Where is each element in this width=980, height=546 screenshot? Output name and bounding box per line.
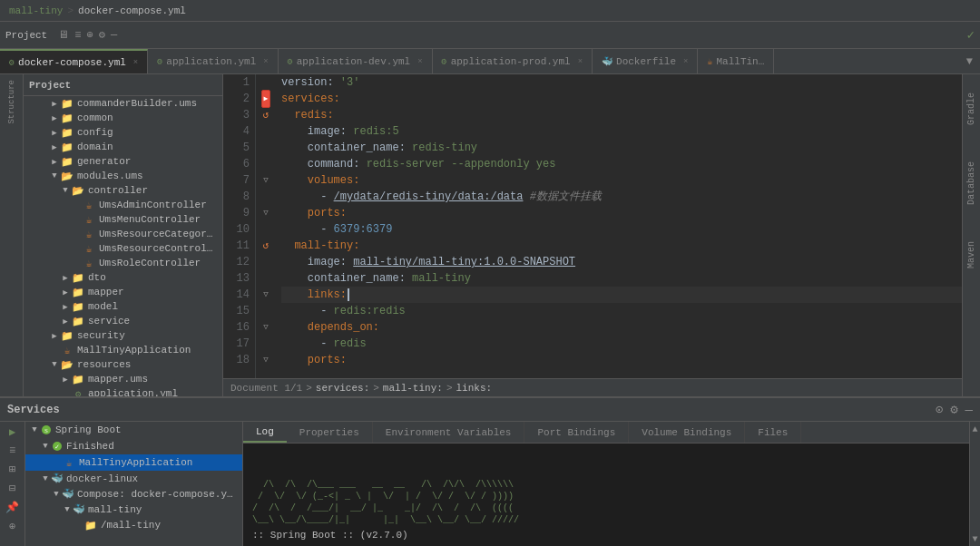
bottom-tree-mall-tiny-service[interactable]: ▼ 🐳 mall-tiny bbox=[25, 502, 242, 517]
left-icon-structure[interactable]: Structure bbox=[7, 80, 16, 124]
bottom-log-area: Log Properties Environment Variables Por… bbox=[243, 422, 969, 546]
right-label-database[interactable]: Database bbox=[966, 161, 976, 205]
tree-item-domain[interactable]: ▶ 📁 domain bbox=[24, 140, 222, 154]
bottom-toolbar-group[interactable]: ⊞ bbox=[9, 463, 15, 476]
code-line-9: ports: bbox=[281, 205, 962, 221]
compose-icon: 🐳 bbox=[62, 488, 74, 500]
reload-icon-line3[interactable]: ↺ bbox=[263, 107, 270, 123]
code-line-7: volumes: bbox=[281, 172, 962, 189]
fold-icon-line14[interactable]: ▽ bbox=[263, 287, 268, 303]
tree-item-security[interactable]: ▶ 📁 security bbox=[24, 328, 222, 343]
svg-text:✓: ✓ bbox=[54, 444, 60, 451]
tab-malltiny[interactable]: ☕ MallTin… bbox=[698, 49, 774, 73]
bottom-tree-docker-linux[interactable]: ▼ 🐳 docker-linux bbox=[25, 471, 242, 486]
bottom-tab-env[interactable]: Environment Variables bbox=[373, 422, 525, 443]
bottom-panel: Services ⊙ ⚙ — ▶ ≡ ⊞ ⊟ 📌 ⊕ ▼ S bbox=[0, 396, 980, 546]
bottom-tree-compose[interactable]: ▼ 🐳 Compose: docker-compose.yml bbox=[25, 486, 242, 502]
bottom-tab-log[interactable]: Log bbox=[243, 422, 287, 443]
tree-item-common[interactable]: ▶ 📁 common bbox=[24, 111, 222, 125]
tree-item-umsrole[interactable]: ☕ UmsRoleController bbox=[24, 256, 222, 270]
tree-item-application-yml[interactable]: ⚙ application.yml bbox=[24, 386, 222, 396]
breadcrumb-links[interactable]: links: bbox=[456, 383, 492, 394]
bottom-toolbar-filter[interactable]: ⊟ bbox=[9, 482, 15, 495]
fold-icon-line9[interactable]: ▽ bbox=[263, 205, 268, 221]
toolbar-icon-4[interactable]: ⚙ bbox=[99, 28, 105, 42]
bottom-toolbar-run[interactable]: ▶ bbox=[9, 425, 15, 439]
breadcrumb-services[interactable]: services: bbox=[316, 383, 369, 394]
run-button-line2[interactable]: ▶ bbox=[261, 90, 271, 108]
bottom-left-toolbar: ▶ ≡ ⊞ ⊟ 📌 ⊕ bbox=[0, 422, 25, 546]
code-line-12: image: mall-tiny/mall-tiny:1.0.0-SNAPSHO… bbox=[281, 254, 962, 270]
mall-tiny-service-icon: 🐳 bbox=[73, 503, 85, 515]
tree-item-mapper[interactable]: ▶ 📁 mapper bbox=[24, 285, 222, 299]
tree-item-umsadmin[interactable]: ☕ UmsAdminController bbox=[24, 198, 222, 212]
tree-item-controller[interactable]: ▼ 📂 controller bbox=[24, 183, 222, 198]
tab-close-application[interactable]: × bbox=[263, 57, 268, 66]
tab-close-docker-compose[interactable]: × bbox=[133, 58, 138, 67]
code-area[interactable]: version: '3' services: redis: image: red… bbox=[276, 74, 962, 378]
tab-application[interactable]: ⚙ application.yml × bbox=[148, 49, 278, 73]
right-labels-panel: Gradle Database Maven bbox=[962, 74, 980, 396]
toolbar-icon-5[interactable]: — bbox=[111, 29, 117, 42]
bottom-tree-springboot[interactable]: ▼ S Spring Boot bbox=[25, 422, 242, 438]
bottom-tree-mall-tiny-path[interactable]: 📁 /mall-tiny bbox=[25, 517, 242, 533]
tree-item-model[interactable]: ▶ 📁 model bbox=[24, 299, 222, 314]
code-line-6: command: redis-server --appendonly yes bbox=[281, 156, 962, 172]
tab-close-application-prod[interactable]: × bbox=[578, 57, 583, 66]
tree-item-malltinyapp[interactable]: ☕ MallTinyApplication bbox=[24, 343, 222, 357]
checkmark-icon: ✓ bbox=[967, 27, 975, 43]
tree-item-generator[interactable]: ▶ 📁 generator bbox=[24, 154, 222, 169]
bottom-toolbar-list[interactable]: ≡ bbox=[9, 444, 15, 457]
spring-boot-version-line: :: Spring Boot :: (v2.7.0) bbox=[252, 530, 960, 541]
tab-more[interactable]: ▼ bbox=[959, 49, 980, 73]
fold-icon-line18[interactable]: ▽ bbox=[263, 352, 268, 368]
title-project: mall-tiny bbox=[9, 5, 63, 16]
log-scrollbar[interactable]: ▲ ▼ bbox=[969, 422, 980, 546]
bottom-tab-properties[interactable]: Properties bbox=[287, 422, 373, 443]
bottom-tree-malltinyapp[interactable]: ☕ MallTinyApplication bbox=[25, 454, 242, 471]
fold-icon-line7[interactable]: ▽ bbox=[263, 172, 268, 189]
toolbar-icon-1[interactable]: 🖥 bbox=[58, 28, 69, 42]
bottom-main: ▶ ≡ ⊞ ⊟ 📌 ⊕ ▼ S Spring Boot bbox=[0, 422, 980, 546]
tree-item-mapper-ums[interactable]: ▶ 📁 mapper.ums bbox=[24, 372, 222, 386]
bottom-tab-volume[interactable]: Volume Bindings bbox=[629, 422, 745, 443]
bottom-tab-files[interactable]: Files bbox=[745, 422, 801, 443]
toolbar-icon-3[interactable]: ⊕ bbox=[86, 28, 93, 42]
bottom-toolbar-pin[interactable]: 📌 bbox=[5, 501, 19, 514]
svg-text:S: S bbox=[44, 427, 48, 434]
tab-close-application-dev[interactable]: × bbox=[417, 57, 422, 66]
right-label-gradle[interactable]: Gradle bbox=[966, 93, 976, 125]
breadcrumb-sep3: > bbox=[446, 383, 453, 394]
breadcrumb: Document 1/1 > services: > mall-tiny: > … bbox=[223, 378, 962, 396]
tab-icon-docker-compose: ⚙ bbox=[9, 57, 15, 68]
bottom-toolbar-add[interactable]: ⊕ bbox=[9, 520, 15, 533]
tree-item-commanderbuilder[interactable]: ▶ 📁 commanderBuilder.ums bbox=[24, 96, 222, 111]
bottom-icon-close[interactable]: — bbox=[965, 403, 973, 417]
tab-application-dev[interactable]: ⚙ application-dev.yml × bbox=[279, 49, 433, 73]
tab-icon-application-dev: ⚙ bbox=[288, 56, 293, 67]
tree-item-dto[interactable]: ▶ 📁 dto bbox=[24, 270, 222, 285]
bottom-icon-settings[interactable]: ⊙ bbox=[936, 402, 943, 417]
right-label-maven[interactable]: Maven bbox=[966, 241, 976, 268]
tab-docker-compose[interactable]: ⚙ docker-compose.yml × bbox=[0, 49, 148, 73]
tree-item-umsresource[interactable]: ☕ UmsResourceController bbox=[24, 241, 222, 256]
tree-item-config[interactable]: ▶ 📁 config bbox=[24, 125, 222, 140]
toolbar-icon-2[interactable]: ≡ bbox=[74, 29, 81, 42]
tree-item-umsresourcecategory[interactable]: ☕ UmsResourceCategoryC… bbox=[24, 227, 222, 241]
tree-item-modules[interactable]: ▼ 📂 modules.ums bbox=[24, 169, 222, 183]
sidebar: Project ▶ 📁 commanderBuilder.ums ▶ 📁 com… bbox=[24, 74, 223, 396]
main-toolbar: Project 🖥 ≡ ⊕ ⚙ — ✓ bbox=[0, 22, 980, 49]
tree-item-service[interactable]: ▶ 📁 service bbox=[24, 314, 222, 328]
fold-icon-line16[interactable]: ▽ bbox=[263, 319, 268, 336]
tree-item-resources[interactable]: ▼ 📂 resources bbox=[24, 357, 222, 372]
bottom-tab-port[interactable]: Port Bindings bbox=[524, 422, 629, 443]
tab-close-dockerfile[interactable]: × bbox=[683, 57, 688, 66]
tab-dockerfile[interactable]: 🐳 Dockerfile × bbox=[593, 49, 698, 73]
tab-application-prod[interactable]: ⚙ application-prod.yml × bbox=[433, 49, 593, 73]
reload-icon-line11[interactable]: ↺ bbox=[263, 238, 270, 254]
bottom-tree-finished[interactable]: ▼ ✓ Finished bbox=[25, 438, 242, 454]
tab-icon-malltiny: ☕ bbox=[707, 56, 712, 67]
breadcrumb-malltiny[interactable]: mall-tiny: bbox=[383, 383, 443, 394]
bottom-icon-gear[interactable]: ⚙ bbox=[950, 402, 957, 417]
tree-item-umsmenu[interactable]: ☕ UmsMenuController bbox=[24, 212, 222, 227]
